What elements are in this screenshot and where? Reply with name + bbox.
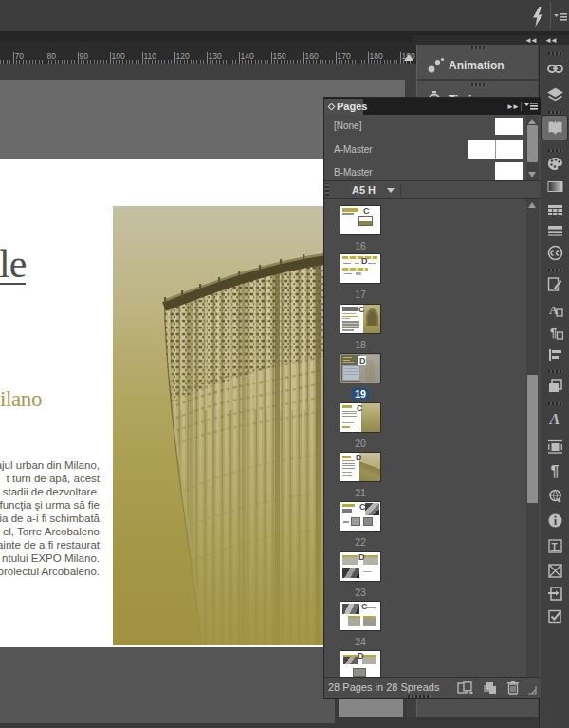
svg-text:A: A <box>549 411 560 427</box>
svg-text:¶: ¶ <box>551 463 560 479</box>
svg-text:¶: ¶ <box>550 326 557 340</box>
